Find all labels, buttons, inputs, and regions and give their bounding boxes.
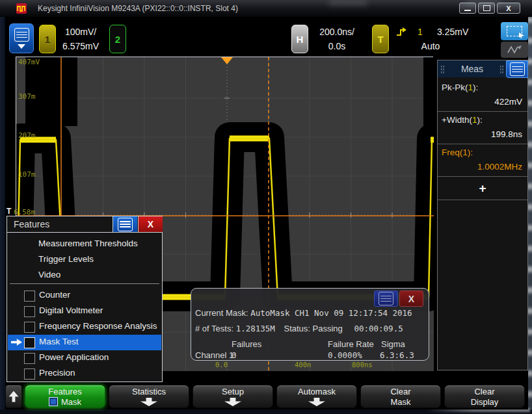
failure-rate-value: 0.0000%	[328, 350, 362, 360]
checkbox[interactable]	[24, 369, 35, 380]
close-icon: X	[148, 219, 153, 229]
menu-item-trigger-levels[interactable]: Trigger Levels	[38, 254, 94, 264]
trigger-level: 3.25mV	[437, 27, 468, 37]
softkey-setup[interactable]: Setup	[193, 385, 273, 408]
titlebar: Keysight InfiniiVision M9243A (PXI22::0:…	[0, 0, 532, 17]
hamburger-icon	[379, 292, 393, 305]
trigger-button[interactable]: T	[372, 25, 389, 53]
menu-item-precision[interactable]: Precision	[8, 366, 161, 382]
minimize-icon	[464, 10, 471, 11]
meas-panel: Meas Pk-Pk(1): 422mV +Width(1): 199.8ns …	[437, 60, 528, 370]
y-axis-label: 307m	[18, 92, 36, 101]
trigger-mode: Auto	[415, 41, 446, 51]
selection-rect-icon	[507, 26, 522, 36]
checkbox[interactable]	[24, 322, 35, 333]
current-mask-value: AutoMask CH1 Nov 09 12:17:54 2016	[250, 308, 412, 318]
measurement-label: Pk-Pk(1):	[442, 83, 478, 92]
measurement-value: 422mV	[494, 97, 522, 107]
x-axis-label: 800ns	[352, 361, 373, 369]
softkey-clear-display[interactable]: Clear Display	[444, 385, 525, 408]
close-button[interactable]: X	[497, 3, 520, 14]
checkbox[interactable]	[24, 291, 35, 302]
horizontal-button[interactable]: H	[291, 25, 308, 53]
channel1-button[interactable]: 1	[39, 25, 56, 53]
menu-item-video[interactable]: Video	[38, 270, 60, 279]
menu-item-frequency-response-analysis[interactable]: Frequency Response Analysis	[8, 319, 161, 335]
sigma-value: 6.3:6.3	[380, 350, 414, 360]
column-header-failures: Failures	[232, 339, 261, 349]
chevron-down-icon	[18, 44, 25, 49]
minimize-button[interactable]	[459, 3, 476, 14]
hamburger-icon	[118, 218, 133, 231]
timebase-position: 0.0s	[311, 41, 363, 51]
checkbox[interactable]	[24, 337, 35, 348]
zoom-select-button[interactable]	[501, 22, 528, 40]
channel2-number: 2	[115, 34, 120, 45]
softkey-automask[interactable]: Automask	[276, 385, 357, 408]
add-measurement-button[interactable]: +	[438, 181, 527, 196]
softkey-back-button[interactable]	[5, 385, 22, 408]
measurement-value: 1.0002MHz	[477, 162, 522, 172]
menu-item-measurement-thresholds[interactable]: Measurement Thresholds	[38, 239, 138, 248]
column-header-sigma: Sigma	[381, 339, 405, 349]
maximize-button[interactable]	[478, 3, 495, 14]
hamburger-icon	[510, 62, 525, 76]
mask-popup-close-button[interactable]: X	[399, 291, 423, 307]
features-close-button[interactable]: X	[138, 216, 163, 232]
trigger-level-marker[interactable]: T	[7, 207, 11, 216]
drag-grip-icon[interactable]	[440, 65, 445, 73]
trigger-label: T	[377, 34, 383, 45]
maximize-icon	[483, 5, 490, 11]
current-mask-row: Current Mask: AutoMask CH1 Nov 09 12:17:…	[195, 308, 412, 318]
measurement-value: 199.8ns	[491, 129, 522, 139]
softkey-statistics[interactable]: Statistics	[109, 385, 189, 408]
channel-row-label: Channel 1:	[195, 350, 236, 360]
channel2-button[interactable]: 2	[109, 25, 126, 53]
status-text: Status: Passing	[284, 324, 342, 333]
x-axis-label: 0.0	[215, 361, 228, 369]
horizontal-label: H	[297, 34, 304, 45]
close-icon: X	[506, 5, 511, 12]
window-border-right	[528, 17, 532, 409]
arrow-up-icon	[9, 391, 19, 402]
features-popup-title: Features	[14, 219, 49, 229]
drag-grip-icon[interactable]	[499, 65, 504, 73]
y-axis-label: 107m	[18, 170, 36, 179]
y-axis-label: 207m	[18, 131, 36, 140]
softkey-features-mask[interactable]: Features Mask	[25, 385, 105, 408]
channel1-number: 1	[45, 34, 50, 45]
checkbox[interactable]	[24, 306, 35, 317]
timebase-scale: 200.0ns/	[311, 27, 363, 37]
arrow-down-icon	[140, 398, 157, 406]
waveform-tool-button[interactable]	[501, 42, 528, 58]
mask-popup-menu-button[interactable]	[374, 291, 398, 307]
menu-item-power-application[interactable]: Power Application	[8, 350, 161, 366]
trigger-slope-icon	[395, 27, 408, 37]
failures-value: 0	[232, 350, 237, 360]
divider	[10, 283, 159, 284]
divider	[438, 200, 527, 200]
softkey-clear-mask[interactable]: Clear Mask	[360, 385, 441, 408]
channel1-offset: 6.575mV	[57, 41, 104, 51]
menu-item-digital-voltmeter[interactable]: Digital Voltmeter	[8, 304, 161, 319]
trigger-source: 1	[418, 27, 423, 37]
softkey-bar: Features Mask Statistics Setup Automask …	[5, 382, 528, 409]
waveform-cursor-icon	[507, 45, 522, 55]
measurement-label: +Width(1):	[442, 115, 483, 125]
elapsed-time: 00:00:09.5	[354, 324, 403, 333]
menu-item-mask-test[interactable]: Mask Test	[8, 335, 161, 350]
features-menu-button[interactable]	[113, 216, 137, 232]
features-popup: Features X Measurement Thresholds Trigge…	[7, 216, 163, 382]
menu-item-counter[interactable]: Counter	[8, 288, 161, 304]
x-axis-label: 400n	[295, 361, 311, 369]
window-border-left	[0, 17, 5, 409]
divider	[438, 111, 527, 112]
checkbox	[49, 397, 58, 406]
arrow-down-icon	[224, 398, 241, 406]
main-menu-button[interactable]	[9, 23, 34, 53]
checkbox[interactable]	[24, 353, 35, 364]
test-status-row: # of Tests: 1.28135M Status: Passing 00:…	[195, 324, 403, 333]
meas-menu-button[interactable]	[506, 60, 528, 78]
close-icon: X	[408, 294, 414, 304]
arrow-down-icon	[308, 398, 325, 406]
